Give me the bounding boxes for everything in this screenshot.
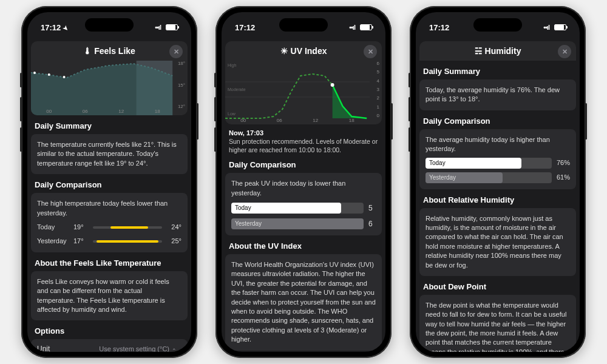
- humidity-row-today: Today 76%: [426, 158, 570, 169]
- status-time: 17:12: [429, 23, 449, 32]
- options-card: Unit Use system setting (°C): [31, 339, 188, 352]
- feels-like-chart[interactable]: 00 06 12 18 18° 15° 12°: [31, 61, 188, 115]
- sun-icon: ☀: [280, 46, 288, 56]
- about-dew-point-title: About Dew Point: [423, 282, 572, 291]
- comparison-card: The high temperature today feels lower t…: [31, 193, 188, 252]
- about-card: The World Health Organization's UV index…: [225, 254, 382, 351]
- now-time: Now, 17:03: [229, 129, 378, 136]
- header-title: Humidity: [485, 46, 521, 56]
- dynamic-island: [473, 18, 522, 32]
- status-time: 17:12: [41, 23, 61, 32]
- close-button[interactable]: ✕: [364, 45, 377, 58]
- cellular-icon: [543, 24, 549, 31]
- modal-header: ☵ Humidity ✕: [419, 41, 576, 61]
- comparison-text: The high temperature today feels lower t…: [37, 199, 181, 218]
- summary-card: Today, the average humidity is 76%. The …: [419, 79, 576, 110]
- chevron-updown-icon: [172, 345, 181, 352]
- comparison-text: The peak UV index today is lower than ye…: [231, 179, 376, 198]
- battery-icon: [360, 24, 372, 30]
- options-title: Options: [35, 326, 184, 335]
- about-relative-humidity-title: About Relative Humidity: [423, 195, 572, 204]
- about-title: About the UV Index: [229, 241, 378, 251]
- comparison-row-today: Today 19° 24°: [37, 223, 181, 232]
- modal-header: ☀ UV Index ✕: [225, 41, 382, 61]
- location-icon: [63, 23, 68, 32]
- unit-selector[interactable]: Use system setting (°C): [99, 345, 181, 352]
- svg-point-2: [33, 72, 36, 74]
- uv-chart[interactable]: High Moderate Low 6 5 4 3 2 1 0 00 06 12: [225, 61, 382, 124]
- dynamic-island: [85, 18, 134, 32]
- comparison-title: Daily Comparison: [423, 116, 572, 126]
- thermometer-icon: 🌡: [83, 46, 92, 56]
- cellular-icon: [349, 24, 355, 31]
- close-button[interactable]: ✕: [558, 45, 571, 58]
- about-dew-point-card: The dew point is what the temperature wo…: [419, 295, 576, 352]
- svg-point-4: [63, 76, 66, 78]
- summary-title: Daily Summary: [35, 121, 184, 130]
- svg-point-8: [331, 83, 334, 87]
- summary-title: Daily Summary: [423, 67, 572, 76]
- about-relative-humidity-card: Relative humidity, commonly known just a…: [419, 208, 576, 276]
- phone-feels-like: 17:12 🌡 Feels Like ✕: [21, 6, 197, 358]
- comparison-card: The peak UV index today is lower than ye…: [225, 173, 382, 235]
- status-time: 17:12: [235, 23, 255, 32]
- uv-row-yesterday: Yesterday 6: [231, 218, 376, 229]
- header-title: UV Index: [291, 46, 327, 56]
- comparison-card: The average humidity today is higher tha…: [419, 129, 576, 189]
- about-title: About the Feels Like Temperature: [35, 258, 184, 268]
- comparison-text: The average humidity today is higher tha…: [426, 135, 570, 154]
- modal-header: 🌡 Feels Like ✕: [31, 41, 188, 61]
- comparison-title: Daily Comparison: [35, 180, 184, 189]
- uv-row-today: Today 5: [231, 203, 376, 214]
- unit-label: Unit: [37, 344, 50, 352]
- phone-uv-index: 17:12 ☀ UV Index ✕: [215, 6, 392, 358]
- close-button[interactable]: ✕: [169, 45, 183, 58]
- header-title: Feels Like: [94, 46, 135, 56]
- about-card: Feels Like conveys how warm or cold it f…: [31, 271, 188, 321]
- svg-point-3: [48, 73, 50, 76]
- now-description: Sun protection recommended. Levels of Mo…: [229, 138, 378, 154]
- battery-icon: [554, 24, 566, 30]
- humidity-icon: ☵: [475, 46, 483, 56]
- phone-humidity: 17:12 ☵ Humidity ✕ Daily Summary Today, …: [410, 6, 586, 358]
- battery-icon: [166, 24, 178, 30]
- dynamic-island: [279, 18, 328, 32]
- cellular-icon: [155, 24, 161, 31]
- comparison-title: Daily Comparison: [229, 160, 378, 169]
- humidity-row-yesterday: Yesterday 61%: [426, 172, 570, 183]
- summary-card: The temperature currently feels like 21°…: [31, 134, 188, 174]
- comparison-row-yesterday: Yesterday 17° 25°: [37, 237, 181, 246]
